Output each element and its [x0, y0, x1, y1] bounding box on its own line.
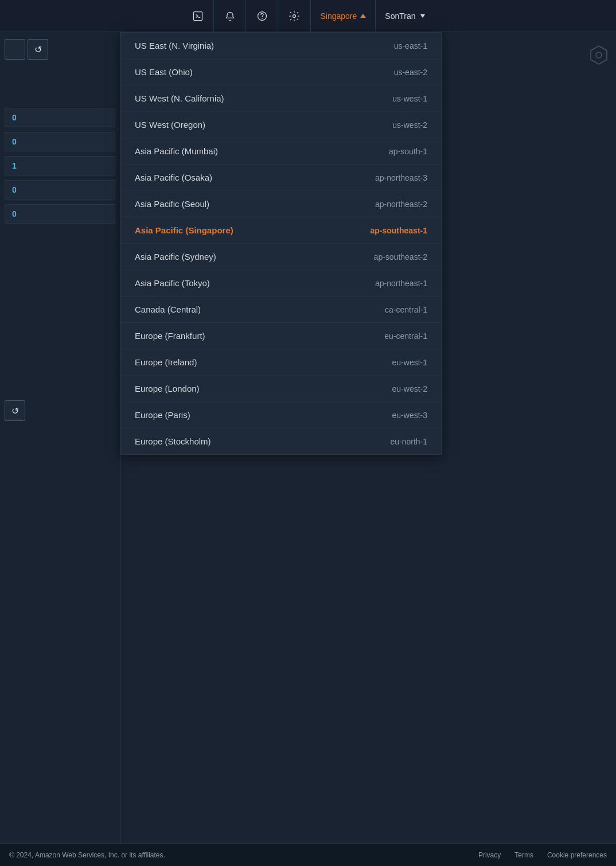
region-code: ap-northeast-2 — [375, 200, 427, 209]
settings-icon — [288, 10, 300, 22]
region-code: us-west-2 — [392, 120, 427, 130]
region-item-us-east-2[interactable]: US East (Ohio) us-east-2 — [121, 59, 441, 85]
settings-button[interactable] — [278, 0, 310, 32]
region-item-ap-south-1[interactable]: Asia Pacific (Mumbai) ap-south-1 — [121, 138, 441, 165]
region-code: eu-north-1 — [390, 437, 427, 446]
user-caret-icon — [420, 14, 425, 18]
region-item-us-west-1[interactable]: US West (N. California) us-west-1 — [121, 85, 441, 112]
region-item-us-east-1[interactable]: US East (N. Virginia) us-east-1 — [121, 33, 441, 59]
region-item-eu-west-3[interactable]: Europe (Paris) eu-west-3 — [121, 402, 441, 428]
list-item: 0 — [5, 180, 115, 200]
region-item-ap-southeast-2[interactable]: Asia Pacific (Sydney) ap-southeast-2 — [121, 244, 441, 270]
region-name: Europe (Frankfurt) — [135, 331, 205, 341]
region-name: Europe (Ireland) — [135, 357, 197, 367]
region-name-active: Asia Pacific (Singapore) — [135, 225, 233, 235]
sidebar-refresh-btn[interactable]: ↺ — [28, 39, 48, 60]
privacy-link[interactable]: Privacy — [478, 851, 501, 859]
region-name: US East (N. Virginia) — [135, 41, 214, 50]
region-triangle-icon — [360, 14, 366, 18]
region-code-active: ap-southeast-1 — [370, 226, 427, 235]
counter-value-1: 0 — [12, 113, 17, 122]
svg-marker-5 — [591, 46, 607, 64]
region-name: Europe (Paris) — [135, 410, 190, 420]
region-name: US West (N. California) — [135, 93, 224, 103]
region-name: Asia Pacific (Sydney) — [135, 252, 216, 262]
copyright-text: © 2024, Amazon Web Services, Inc. or its… — [9, 851, 465, 859]
svg-point-4 — [293, 14, 295, 17]
nav-icons: Singapore SonTran — [182, 0, 434, 32]
cookie-preferences-link[interactable]: Cookie preferences — [547, 851, 607, 859]
help-button[interactable] — [246, 0, 278, 32]
region-name: Asia Pacific (Osaka) — [135, 173, 212, 182]
region-name: Europe (London) — [135, 384, 200, 393]
counter-value-5: 0 — [12, 209, 17, 219]
region-item-eu-west-1[interactable]: Europe (Ireland) eu-west-1 — [121, 349, 441, 376]
terminal-button[interactable] — [182, 0, 214, 32]
user-menu[interactable]: SonTran — [375, 0, 434, 32]
top-nav: Singapore SonTran — [0, 0, 616, 32]
region-item-eu-north-1[interactable]: Europe (Stockholm) eu-north-1 — [121, 428, 441, 454]
list-item: 0 — [5, 132, 115, 151]
region-item-ap-southeast-1[interactable]: Asia Pacific (Singapore) ap-southeast-1 — [121, 217, 441, 244]
svg-point-3 — [262, 18, 263, 18]
region-code: us-east-1 — [394, 41, 427, 50]
region-name: Asia Pacific (Mumbai) — [135, 146, 218, 156]
sidebar-bottom-refresh-btn[interactable]: ↺ — [5, 400, 25, 421]
hexagon-icon — [587, 44, 610, 67]
region-dropdown: US East (N. Virginia) us-east-1 US East … — [120, 32, 442, 455]
list-item: 0 — [5, 204, 115, 224]
sidebar: ↺ 0 0 1 0 0 ↺ — [0, 32, 120, 843]
region-code: eu-central-1 — [384, 331, 427, 341]
region-code: ca-central-1 — [385, 305, 427, 314]
counter-value-2: 0 — [12, 137, 17, 146]
sidebar-empty-btn[interactable] — [5, 39, 25, 60]
region-name: Europe (Stockholm) — [135, 436, 211, 446]
region-code: ap-northeast-3 — [375, 173, 427, 182]
list-item: 0 — [5, 108, 115, 127]
help-icon — [256, 10, 268, 22]
region-code: eu-west-1 — [392, 358, 427, 367]
region-group-us: US East (N. Virginia) us-east-1 US East … — [121, 33, 441, 138]
region-item-us-west-2[interactable]: US West (Oregon) us-west-2 — [121, 112, 441, 138]
region-name: Canada (Central) — [135, 305, 201, 314]
bell-icon — [224, 10, 236, 22]
user-label: SonTran — [385, 11, 415, 21]
footer: © 2024, Amazon Web Services, Inc. or its… — [0, 843, 616, 866]
region-code: eu-west-2 — [392, 384, 427, 393]
svg-point-6 — [596, 52, 602, 58]
region-item-ap-northeast-1[interactable]: Asia Pacific (Tokyo) ap-northeast-1 — [121, 270, 441, 296]
region-code: us-west-1 — [392, 94, 427, 103]
region-group-canada: Canada (Central) ca-central-1 — [121, 297, 441, 323]
region-name: US West (Oregon) — [135, 120, 205, 130]
region-code: eu-west-3 — [392, 411, 427, 420]
region-name: Asia Pacific (Seoul) — [135, 199, 209, 209]
region-selector[interactable]: Singapore — [310, 0, 375, 32]
counter-value-3: 1 — [12, 161, 17, 170]
region-name: Asia Pacific (Tokyo) — [135, 278, 210, 288]
list-item: 1 — [5, 156, 115, 175]
counter-value-4: 0 — [12, 185, 17, 194]
region-code: ap-south-1 — [389, 147, 427, 156]
region-item-eu-west-2[interactable]: Europe (London) eu-west-2 — [121, 376, 441, 402]
right-panel — [582, 32, 616, 843]
region-group-europe: Europe (Frankfurt) eu-central-1 Europe (… — [121, 323, 441, 454]
sidebar-top-buttons: ↺ — [5, 39, 115, 62]
sidebar-counters: 0 0 1 0 0 ↺ — [5, 108, 115, 423]
region-item-ap-northeast-2[interactable]: Asia Pacific (Seoul) ap-northeast-2 — [121, 191, 441, 217]
terms-link[interactable]: Terms — [514, 851, 533, 859]
region-code: us-east-2 — [394, 68, 427, 77]
terminal-icon — [192, 10, 204, 22]
region-item-ca-central-1[interactable]: Canada (Central) ca-central-1 — [121, 297, 441, 322]
region-item-eu-central-1[interactable]: Europe (Frankfurt) eu-central-1 — [121, 323, 441, 349]
region-name: US East (Ohio) — [135, 67, 193, 77]
bell-button[interactable] — [214, 0, 246, 32]
region-label: Singapore — [320, 11, 357, 21]
region-item-ap-northeast-3[interactable]: Asia Pacific (Osaka) ap-northeast-3 — [121, 165, 441, 191]
region-code: ap-northeast-1 — [375, 279, 427, 288]
region-group-apac: Asia Pacific (Mumbai) ap-south-1 Asia Pa… — [121, 138, 441, 297]
region-code: ap-southeast-2 — [374, 252, 427, 262]
